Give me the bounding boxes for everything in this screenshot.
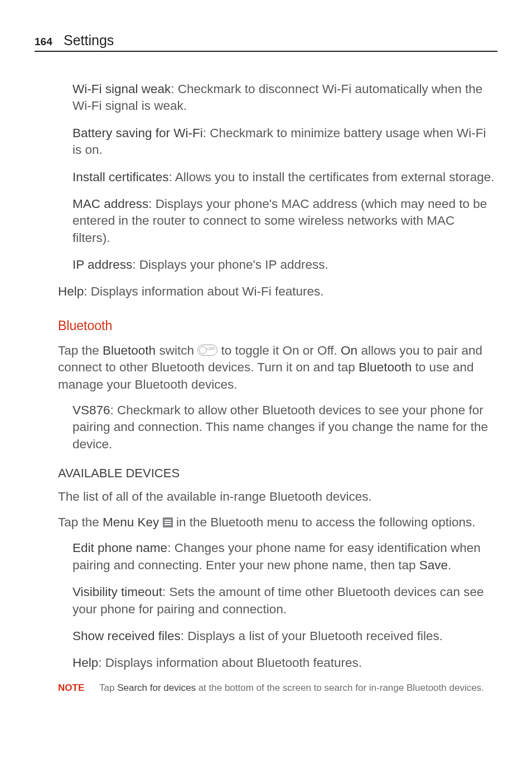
setting-term: Help (58, 284, 84, 298)
setting-item: Install certificates: Allows you to inst… (58, 169, 495, 186)
setting-item: Show received files: Displays a list of … (58, 628, 495, 645)
note-body: Tap Search for devices at the bottom of … (99, 682, 495, 695)
setting-item: Help: Displays information about Bluetoo… (58, 655, 495, 671)
header-title: Settings (64, 32, 114, 49)
setting-item: Wi-Fi signal weak: Checkmark to disconne… (58, 81, 495, 115)
text: in the Bluetooth menu to access the foll… (173, 515, 476, 529)
setting-item: Help: Displays information about Wi-Fi f… (58, 283, 495, 300)
text: . (448, 558, 451, 572)
setting-item: VS876: Checkmark to allow other Bluetoot… (58, 402, 495, 453)
setting-desc: : Displays a list of your Bluetooth rece… (181, 629, 443, 643)
page-body: Wi-Fi signal weak: Checkmark to disconne… (35, 81, 497, 695)
setting-term: Visibility timeout (72, 585, 162, 599)
bold-text: Menu Key (103, 515, 159, 529)
setting-item: Battery saving for Wi-Fi: Checkmark to m… (58, 125, 495, 159)
setting-desc: : Displays your phone's IP address. (132, 258, 328, 272)
setting-term: VS876 (72, 403, 110, 417)
setting-item: Edit phone name: Changes your phone name… (58, 540, 495, 574)
setting-desc: : Allows you to install the certificates… (169, 170, 495, 184)
setting-term: IP address (72, 258, 132, 272)
setting-desc: : Displays information about Bluetooth f… (98, 656, 362, 670)
text: Tap the (58, 343, 103, 357)
bold-text: Save (419, 558, 448, 572)
setting-term: Wi-Fi signal weak (72, 82, 171, 96)
page-number: 164 (35, 36, 55, 48)
bluetooth-intro: Tap the Bluetooth switch OFF to toggle i… (58, 342, 495, 393)
menu-key-paragraph: Tap the Menu Key in the Bluetooth menu t… (58, 514, 495, 531)
setting-term: Battery saving for Wi-Fi (72, 126, 203, 140)
text (159, 515, 162, 529)
bold-text: On (341, 343, 357, 357)
toggle-switch-icon: OFF (197, 345, 217, 356)
text: at the bottom of the screen to search fo… (196, 682, 484, 693)
note-label: NOTE (58, 682, 99, 695)
text: Tap the (58, 515, 103, 529)
bold-text: Bluetooth (359, 360, 412, 374)
page: 164 Settings Wi-Fi signal weak: Checkmar… (0, 0, 532, 765)
bold-text: Search for devices (117, 682, 196, 693)
text: Tap (99, 682, 117, 693)
setting-desc: : Checkmark to allow other Bluetooth dev… (72, 403, 488, 451)
section-heading-bluetooth: Bluetooth (58, 317, 495, 335)
text: switch (156, 343, 197, 357)
bold-text: Bluetooth (103, 343, 156, 357)
setting-term: Edit phone name (72, 541, 167, 555)
note-block: NOTE Tap Search for devices at the botto… (58, 682, 495, 695)
setting-term: Show received files (72, 629, 181, 643)
setting-item: MAC address: Displays your phone's MAC a… (58, 196, 495, 246)
setting-item: IP address: Displays your phone's IP add… (58, 256, 495, 273)
menu-key-icon (163, 517, 173, 527)
setting-term: MAC address (72, 197, 148, 211)
available-devices-desc: The list of all of the available in-rang… (58, 488, 495, 505)
setting-item: Visibility timeout: Sets the amount of t… (58, 584, 495, 618)
setting-desc: : Displays information about Wi-Fi featu… (84, 284, 323, 298)
subheading-available-devices: AVAILABLE DEVICES (58, 465, 495, 482)
text: to toggle it On or Off. (217, 343, 341, 357)
setting-term: Install certificates (72, 170, 169, 184)
page-header: 164 Settings (35, 32, 497, 52)
setting-term: Help (72, 656, 98, 670)
